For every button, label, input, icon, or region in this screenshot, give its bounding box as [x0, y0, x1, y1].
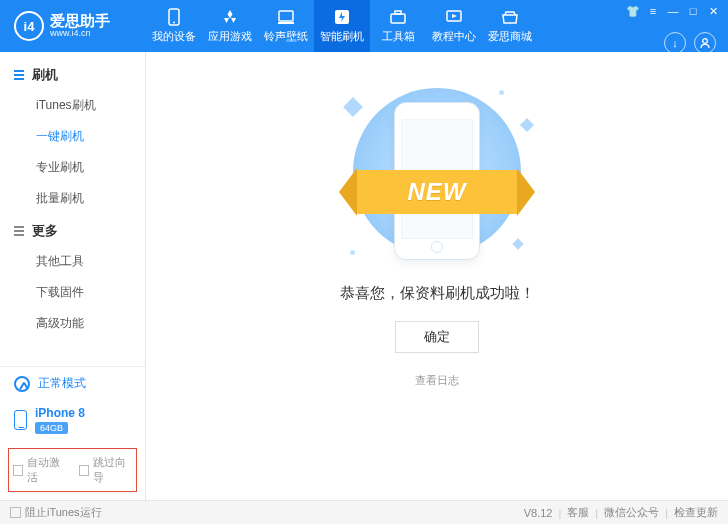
support-link[interactable]: 客服 — [567, 505, 589, 520]
sidebar-item[interactable]: 专业刷机 — [14, 152, 133, 183]
version-label: V8.12 — [524, 507, 553, 519]
sidebar-item[interactable]: 其他工具 — [14, 246, 133, 277]
nav-label: 工具箱 — [382, 29, 415, 44]
minimize-button[interactable]: — — [664, 4, 682, 18]
logo[interactable]: i4 爱思助手 www.i4.cn — [0, 0, 146, 52]
toolbox-icon — [389, 8, 407, 26]
mode-row[interactable]: 正常模式 — [0, 366, 145, 400]
ok-button[interactable]: 确定 — [395, 321, 479, 353]
sidebar-flash-title: 刷机 — [32, 66, 58, 84]
block-itunes-label: 阻止iTunes运行 — [25, 505, 102, 520]
ribbon-text: NEW — [357, 170, 517, 214]
window-controls: 👕 ≡ — □ ✕ ↓ — [624, 0, 728, 54]
skip-guide-checkbox[interactable]: 跳过向导 — [79, 455, 133, 485]
main-content: NEW 恭喜您，保资料刷机成功啦！ 确定 查看日志 — [146, 52, 728, 500]
flash-icon — [14, 70, 24, 80]
sidebar-flash-header[interactable]: 刷机 — [14, 66, 133, 84]
nav-label: 我的设备 — [152, 29, 196, 44]
store-icon — [501, 8, 519, 26]
auto-activate-label: 自动激活 — [27, 455, 66, 485]
svg-rect-3 — [278, 22, 294, 24]
sidebar-item[interactable]: 批量刷机 — [14, 183, 133, 214]
flash-icon — [333, 8, 351, 26]
more-icon — [14, 226, 24, 236]
success-illustration: NEW — [322, 80, 552, 266]
svg-rect-6 — [395, 11, 401, 14]
statusbar: 阻止iTunes运行 V8.12| 客服| 微信公众号| 检查更新 — [0, 500, 728, 524]
svg-rect-2 — [279, 11, 293, 21]
svg-rect-5 — [391, 14, 405, 23]
brand-name: 爱思助手 — [50, 13, 110, 30]
update-link[interactable]: 检查更新 — [674, 505, 718, 520]
device-icon — [14, 410, 27, 430]
close-button[interactable]: ✕ — [704, 4, 722, 18]
sidebar: 刷机 iTunes刷机一键刷机专业刷机批量刷机 更多 其他工具下载固件高级功能 … — [0, 52, 146, 500]
download-button[interactable]: ↓ — [664, 32, 686, 54]
nav-media[interactable]: 铃声壁纸 — [258, 0, 314, 52]
nav-label: 智能刷机 — [320, 29, 364, 44]
titlebar: i4 爱思助手 www.i4.cn 我的设备应用游戏铃声壁纸智能刷机工具箱教程中… — [0, 0, 728, 52]
media-icon — [277, 8, 295, 26]
brand-url: www.i4.cn — [50, 29, 110, 39]
sidebar-item[interactable]: iTunes刷机 — [14, 90, 133, 121]
svg-point-1 — [173, 22, 175, 24]
maximize-button[interactable]: □ — [684, 4, 702, 18]
view-log-link[interactable]: 查看日志 — [415, 373, 459, 388]
sidebar-item[interactable]: 下载固件 — [14, 277, 133, 308]
skin-button[interactable]: 👕 — [624, 4, 642, 18]
nav-flash[interactable]: 智能刷机 — [314, 0, 370, 52]
phone-icon — [165, 8, 183, 26]
apps-icon — [221, 8, 239, 26]
skip-guide-label: 跳过向导 — [93, 455, 132, 485]
sidebar-item[interactable]: 高级功能 — [14, 308, 133, 339]
nav-apps[interactable]: 应用游戏 — [202, 0, 258, 52]
svg-point-8 — [703, 39, 708, 44]
account-button[interactable] — [694, 32, 716, 54]
nav-phone[interactable]: 我的设备 — [146, 0, 202, 52]
nav-tutorial[interactable]: 教程中心 — [426, 0, 482, 52]
nav-toolbox[interactable]: 工具箱 — [370, 0, 426, 52]
tutorial-icon — [445, 8, 463, 26]
wechat-link[interactable]: 微信公众号 — [604, 505, 659, 520]
sidebar-item[interactable]: 一键刷机 — [14, 121, 133, 152]
block-itunes-checkbox[interactable]: 阻止iTunes运行 — [10, 505, 102, 520]
nav-label: 教程中心 — [432, 29, 476, 44]
logo-icon: i4 — [14, 11, 44, 41]
menu-button[interactable]: ≡ — [644, 4, 662, 18]
device-capacity: 64GB — [35, 422, 68, 434]
nav-store[interactable]: 爱思商城 — [482, 0, 538, 52]
auto-activate-checkbox[interactable]: 自动激活 — [13, 455, 67, 485]
mode-label: 正常模式 — [38, 375, 86, 392]
top-nav: 我的设备应用游戏铃声壁纸智能刷机工具箱教程中心爱思商城 — [146, 0, 538, 52]
options-box: 自动激活 跳过向导 — [8, 448, 137, 492]
sidebar-more-title: 更多 — [32, 222, 58, 240]
nav-label: 应用游戏 — [208, 29, 252, 44]
success-message: 恭喜您，保资料刷机成功啦！ — [340, 284, 535, 303]
nav-label: 铃声壁纸 — [264, 29, 308, 44]
device-name: iPhone 8 — [35, 406, 85, 420]
nav-label: 爱思商城 — [488, 29, 532, 44]
mode-icon — [14, 376, 30, 392]
sidebar-more-header[interactable]: 更多 — [14, 222, 133, 240]
device-row[interactable]: iPhone 8 64GB — [0, 400, 145, 444]
